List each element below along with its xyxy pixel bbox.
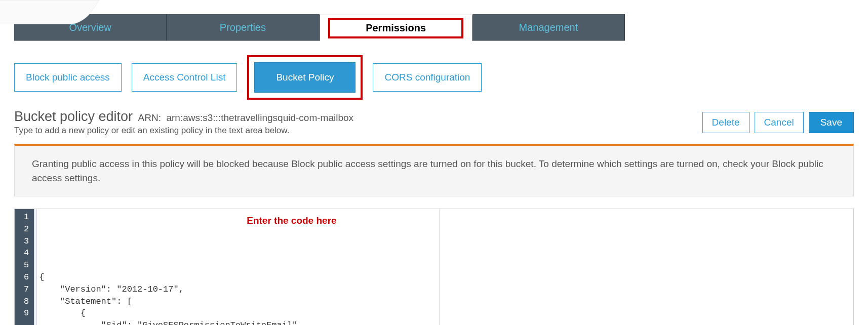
public-access-warning: Granting public access in this policy wi… [14,144,854,196]
line-number: 2 [24,223,29,235]
annotation-enter-code: Enter the code here [247,214,336,228]
line-number: 3 [24,235,29,248]
permission-subtabs: Block public access Access Control List … [0,41,868,105]
subtab-acl[interactable]: Access Control List [132,63,238,92]
save-button[interactable]: Save [809,112,854,133]
tab-permissions[interactable]: Permissions [320,15,472,41]
code-line: "Version": "2012-10-17", [39,283,848,296]
line-number: 1 [24,211,29,223]
editor-cursor-column [34,209,37,325]
tab-permissions-label: Permissions [366,22,426,34]
policy-editor[interactable]: 123456789 Enter the code here { "Version… [14,209,854,325]
subtab-cors[interactable]: CORS configuration [373,63,482,92]
cancel-button[interactable]: Cancel [755,112,804,133]
code-line: "Statement": [ [39,296,848,308]
tab-management[interactable]: Management [472,14,625,40]
page-subtitle: Type to add a new policy or edit an exis… [14,126,702,136]
tab-properties[interactable]: Properties [167,14,319,40]
line-number: 8 [24,296,29,308]
highlight-bucket-policy: Bucket Policy [247,55,363,100]
line-number: 6 [24,271,29,283]
main-tabs: Overview Properties Permissions Manageme… [14,14,625,41]
arn-value: arn:aws:s3:::thetravellingsquid-com-mail… [166,112,353,123]
line-number: 9 [24,307,29,319]
code-line: { [39,271,848,283]
code-line: { [39,307,848,319]
arn-label: ARN: [138,112,161,123]
code-line: "Sid": "GiveSESPermissionToWriteEmail", [39,319,848,325]
line-number: 4 [24,247,29,259]
subtab-block-public-access[interactable]: Block public access [14,63,122,92]
delete-button[interactable]: Delete [702,112,749,133]
line-number: 5 [24,259,29,271]
page-title: Bucket policy editor [14,109,133,124]
editor-textarea[interactable]: Enter the code here { "Version": "2012-1… [34,209,853,325]
subtab-bucket-policy[interactable]: Bucket Policy [254,62,356,93]
highlight-permissions: Permissions [328,18,463,38]
editor-divider [439,209,440,325]
editor-gutter: 123456789 [15,209,34,325]
line-number: 7 [24,283,29,296]
